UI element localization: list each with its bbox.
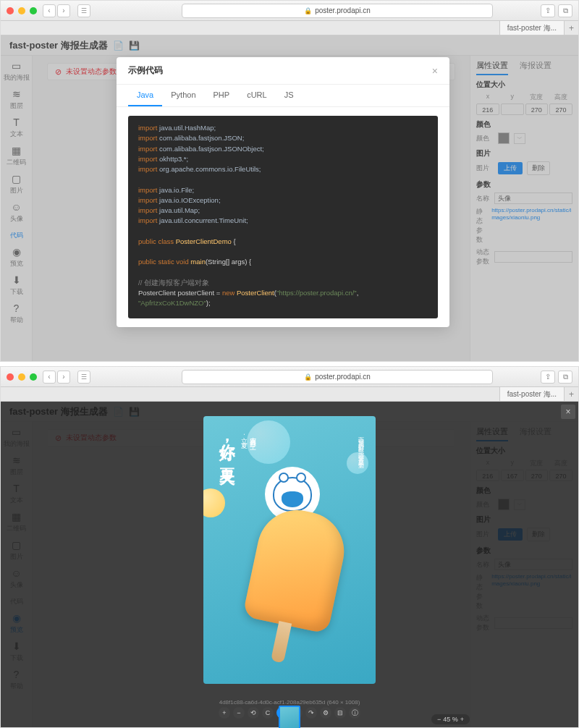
preview-close-button[interactable]: × (561, 405, 575, 419)
rail-label: 帮助 (10, 316, 23, 325)
new-tab-button[interactable]: + (564, 387, 578, 401)
section-pos: 位置大小 (476, 80, 572, 90)
tab-bar: fast-poster 海... + (1, 21, 578, 35)
pos-input[interactable] (501, 103, 524, 115)
new-tab-button[interactable]: + (564, 21, 578, 35)
tab-bar: fast-poster 海... + (1, 387, 578, 402)
sidebar-toggle[interactable]: ☰ (77, 371, 90, 384)
warning-icon: ⊘ (55, 67, 62, 77)
preview-control-0[interactable]: + (219, 707, 230, 719)
forward-button[interactable]: › (57, 371, 70, 384)
browser-tab[interactable]: fast-poster 海... (499, 387, 564, 401)
poster-subtitle-2: 农历四月十三 (248, 432, 258, 441)
share-button[interactable]: ⇪ (541, 4, 555, 17)
image-label: 图片 (476, 164, 494, 173)
maximize-window[interactable] (30, 373, 37, 381)
section-image: 图片 (476, 148, 572, 158)
right-tab-0[interactable]: 属性设置 (476, 60, 508, 75)
new-file-icon[interactable]: 📄 (114, 41, 124, 51)
traffic-lights (7, 373, 37, 381)
name-input[interactable] (494, 192, 572, 204)
preview-control-8[interactable]: ⊟ (334, 707, 346, 719)
rail-item-4[interactable]: ▢图片 (1, 173, 32, 195)
back-button[interactable]: ‹ (43, 371, 56, 384)
preview-control-7[interactable]: ⚙ (320, 707, 331, 719)
rail-label: 图片 (10, 186, 23, 195)
rail-icon: ▢ (12, 173, 21, 185)
address-bar[interactable]: 🔒 poster.prodapi.cn (182, 370, 493, 384)
preview-control-2[interactable]: ⟲ (248, 707, 259, 719)
rail-icon: T (13, 117, 20, 128)
rail-item-8[interactable]: ⬇下载 (1, 274, 32, 297)
preview-control-9[interactable]: ⓘ (349, 707, 360, 719)
modal-close-button[interactable]: × (432, 65, 438, 77)
tabs-button[interactable]: ⧉ (558, 4, 572, 17)
preview-control-6[interactable]: ↷ (305, 707, 317, 719)
rail-item-3[interactable]: ▦二维码 (1, 145, 32, 167)
rail-item-0[interactable]: ▭我的海报 (1, 60, 32, 82)
rail-label: 头像 (10, 214, 23, 224)
poster-side-text: 万物繁茂的新鲜时光 万物复苏立夏初至 (356, 432, 364, 460)
rail-item-7[interactable]: ◉预览 (1, 246, 32, 268)
rail-item-6[interactable]: 代码 (1, 229, 32, 240)
warning-text: 未设置动态参数 (66, 67, 117, 77)
rail-item-9[interactable]: ?帮助 (1, 302, 32, 325)
back-button[interactable]: ‹ (43, 4, 56, 17)
rail-icon: ? (14, 302, 20, 314)
plus-icon[interactable]: + (460, 716, 464, 723)
zoom-indicator[interactable]: − 45 % + (431, 714, 470, 724)
modal-title: 示例代码 (128, 64, 163, 77)
section-color: 颜色 (476, 119, 572, 130)
pos-input[interactable]: 270 (525, 103, 549, 115)
rail-item-5[interactable]: ☺头像 (1, 201, 32, 224)
app-header: fast-poster 海报生成器 📄 💾 (1, 35, 578, 56)
color-swatch[interactable] (498, 132, 510, 144)
code-block: import java.util.HashMap; import com.ali… (128, 116, 438, 318)
lang-tab-php[interactable]: PHP (205, 85, 239, 106)
pos-label: x (476, 93, 499, 102)
sidebar-toggle[interactable]: ☰ (77, 4, 90, 17)
lang-tab-js[interactable]: JS (276, 85, 303, 106)
preview-control-1[interactable]: − (233, 707, 245, 719)
static-url[interactable]: https://poster.prodapi.cn/static/images/… (491, 207, 572, 222)
rail-icon: ▭ (12, 60, 21, 72)
rail-label: 预览 (10, 259, 23, 268)
minimize-window[interactable] (18, 7, 25, 14)
browser-chrome: ‹ › ☰ 🔒 poster.prodapi.cn ⇪ ⧉ (1, 1, 578, 21)
browser-tab[interactable]: fast-poster 海... (499, 21, 564, 35)
address-bar[interactable]: 🔒 poster.prodapi.cn (182, 4, 493, 18)
pos-input[interactable]: 270 (549, 103, 572, 115)
app-title: fast-poster 海报生成器 (9, 39, 108, 52)
minimize-window[interactable] (18, 373, 25, 381)
color-label: 颜色 (476, 134, 494, 143)
right-panel: 属性设置海报设置位置大小xy宽度高度216270270颜色颜色﹀图片图片上传删除… (470, 56, 578, 361)
rail-label: 图层 (10, 101, 23, 111)
share-button[interactable]: ⇪ (541, 371, 555, 384)
lang-tab-python[interactable]: Python (162, 85, 204, 106)
dynamic-input[interactable] (494, 251, 572, 263)
close-window[interactable] (7, 373, 14, 381)
chevron-down-icon[interactable]: ﹀ (514, 133, 525, 144)
lang-tab-curl[interactable]: cURL (238, 85, 276, 106)
thumbnail[interactable] (279, 706, 300, 728)
maximize-window[interactable] (30, 7, 37, 14)
forward-button[interactable]: › (57, 4, 70, 17)
preview-control-3[interactable]: C (262, 707, 274, 719)
lang-tab-java[interactable]: Java (128, 85, 162, 106)
save-icon[interactable]: 💾 (130, 41, 140, 51)
tabs-button[interactable]: ⧉ (558, 371, 572, 384)
rail-icon: ☺ (11, 201, 21, 213)
minus-icon[interactable]: − (437, 716, 441, 723)
rail-label: 代码 (10, 231, 23, 240)
rail-label: 我的海报 (4, 73, 30, 82)
rail-icon: ▦ (12, 145, 21, 156)
rail-item-2[interactable]: T文本 (1, 117, 32, 139)
pos-input[interactable]: 216 (476, 103, 499, 115)
rail-item-1[interactable]: ≋图层 (1, 88, 32, 111)
dynamic-label: 动态参数 (476, 247, 490, 266)
close-window[interactable] (7, 7, 14, 14)
upload-button[interactable]: 上传 (498, 162, 523, 174)
delete-button[interactable]: 删除 (527, 161, 550, 175)
right-tab-1[interactable]: 海报设置 (520, 60, 551, 75)
rail-icon: ◉ (12, 246, 21, 258)
